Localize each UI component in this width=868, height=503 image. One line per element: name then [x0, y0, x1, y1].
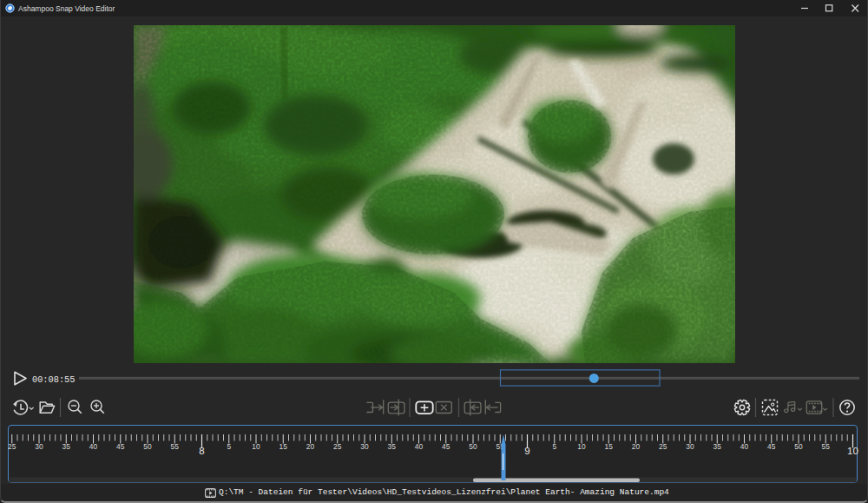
svg-text:35: 35 [713, 442, 722, 451]
svg-text:45: 45 [442, 442, 450, 451]
svg-text:00:08:55: 00:08:55 [32, 374, 75, 385]
svg-text:5: 5 [227, 442, 231, 451]
svg-text:40: 40 [415, 442, 424, 451]
svg-text:10: 10 [252, 442, 260, 451]
svg-text:15: 15 [279, 442, 288, 451]
svg-text:5: 5 [552, 442, 556, 451]
svg-text:25: 25 [659, 442, 667, 451]
svg-text:25: 25 [333, 442, 342, 451]
svg-text:35: 35 [62, 442, 71, 451]
svg-text:55: 55 [171, 442, 180, 451]
svg-text:40: 40 [740, 442, 749, 451]
svg-text:9: 9 [524, 446, 529, 456]
svg-text:25: 25 [8, 442, 16, 451]
svg-text:35: 35 [388, 442, 397, 451]
svg-text:30: 30 [686, 442, 694, 451]
svg-text:10: 10 [847, 446, 858, 456]
svg-text:20: 20 [632, 442, 641, 451]
svg-text:50: 50 [143, 442, 152, 451]
svg-text:10: 10 [577, 442, 586, 451]
svg-text:15: 15 [605, 442, 614, 451]
svg-text:55: 55 [822, 442, 831, 451]
svg-text:50: 50 [794, 442, 803, 451]
svg-text:45: 45 [767, 442, 776, 451]
svg-text:30: 30 [35, 442, 43, 451]
svg-text:50: 50 [469, 442, 477, 451]
svg-text:30: 30 [360, 442, 369, 451]
svg-text:20: 20 [306, 442, 315, 451]
svg-text:40: 40 [89, 442, 98, 451]
svg-text:45: 45 [116, 442, 125, 451]
svg-text:8: 8 [199, 446, 204, 456]
